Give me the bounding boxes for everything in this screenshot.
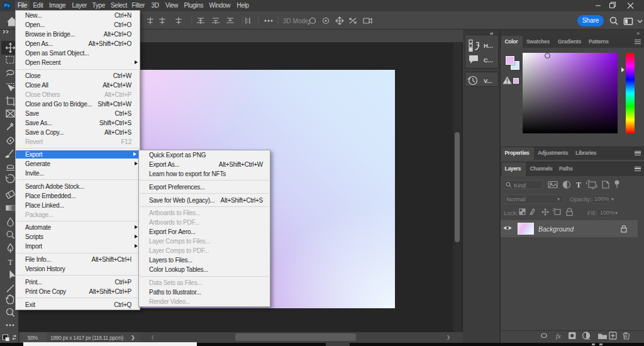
svg-text:T: T — [576, 181, 581, 189]
svg-text:T: T — [8, 257, 13, 267]
svg-text:H...: H... — [484, 42, 493, 49]
svg-text:fx: fx — [556, 332, 561, 340]
svg-text:V...: V... — [484, 77, 492, 84]
svg-text:3D Mode:: 3D Mode: — [283, 18, 310, 25]
svg-text:C...: C... — [484, 57, 493, 64]
